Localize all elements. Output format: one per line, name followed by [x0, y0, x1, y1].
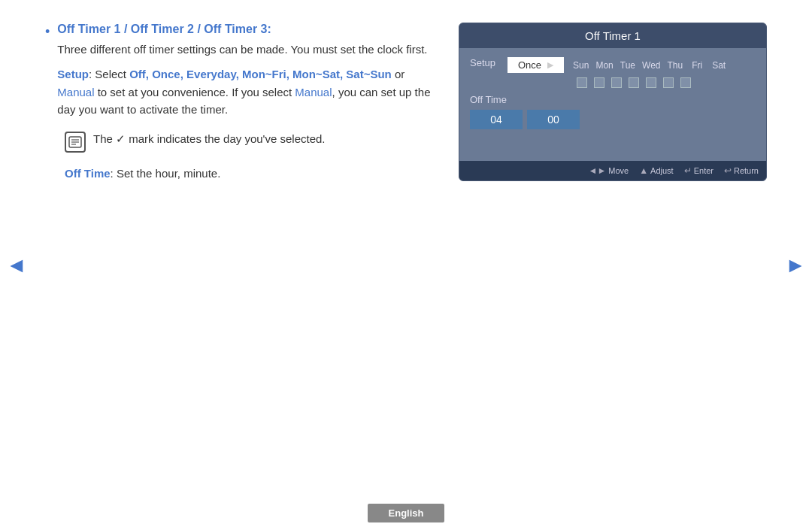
timer-title: Off Timer 1 / Off Timer 2 / Off Timer 3: — [57, 23, 436, 36]
bullet-content: Off Timer 1 / Off Timer 2 / Off Timer 3:… — [57, 23, 436, 118]
tv-panel: Off Timer 1 Setup Once — [459, 23, 767, 181]
day-check-tue[interactable] — [611, 77, 622, 88]
day-label-sat: Sat — [711, 60, 726, 71]
day-check-sun[interactable] — [577, 77, 587, 88]
off-time-label: Off Time — [65, 167, 111, 180]
bullet-item: • Off Timer 1 / Off Timer 2 / Off Timer … — [45, 23, 436, 118]
return-icon: ↩ — [724, 165, 732, 176]
tv-body: Setup Once ▶ Sun — [459, 48, 766, 161]
setup-or: or — [392, 68, 405, 80]
day-label-sun: Sun — [573, 60, 589, 71]
right-section: Off Timer 1 Setup Once — [459, 23, 767, 489]
tv-hour-box[interactable]: 04 — [470, 110, 523, 129]
day-check-fri[interactable] — [663, 77, 674, 88]
off-time-text: Off Time: Set the hour, minute. — [65, 165, 436, 182]
day-check-sat[interactable] — [680, 77, 691, 88]
day-label-fri: Fri — [689, 60, 704, 71]
tv-once-arrow: ▶ — [547, 60, 553, 70]
bottom-bar: English — [0, 504, 812, 530]
tv-time-row: 04 00 — [470, 110, 756, 129]
intro-text: Three different off timer settings can b… — [57, 41, 436, 58]
day-check-mon[interactable] — [594, 77, 604, 88]
note-text: The ✓ mark indicates the day you've sele… — [93, 130, 326, 147]
enter-icon: ↵ — [684, 165, 692, 176]
left-section: • Off Timer 1 / Off Timer 2 / Off Timer … — [45, 23, 459, 489]
tv-setup-label: Setup — [470, 57, 500, 68]
tv-once-box[interactable]: Once ▶ — [508, 57, 564, 73]
footer-move-label: Move — [608, 166, 629, 175]
tv-titlebar: Off Timer 1 — [459, 23, 766, 48]
footer-adjust-label: Adjust — [650, 166, 674, 175]
tv-off-time-section: Off Time 04 00 — [470, 94, 756, 129]
setup-desc-suffix: to set at you convenience. If you select — [95, 86, 295, 98]
setup-options-text: Off, Once, Everyday, Mon~Fri, Mon~Sat, S… — [129, 68, 392, 80]
setup-label-text: Setup — [57, 68, 89, 80]
setup-manual-text: Manual — [57, 86, 94, 98]
day-check-wed[interactable] — [629, 77, 639, 88]
tv-footer-adjust: ▲ Adjust — [639, 165, 673, 176]
day-label-tue: Tue — [620, 60, 635, 71]
tv-footer-return: ↩ Return — [724, 165, 759, 176]
page-container: ◄ ► • Off Timer 1 / Off Timer 2 / Off Ti… — [0, 0, 812, 530]
note-block: The ✓ mark indicates the day you've sele… — [65, 130, 436, 153]
day-check-thu[interactable] — [646, 77, 656, 88]
nav-arrow-right[interactable]: ► — [785, 253, 806, 277]
note-icon — [65, 132, 86, 153]
day-label-thu: Thu — [667, 60, 683, 71]
footer-enter-label: Enter — [694, 166, 714, 175]
setup-manual2-text: Manual — [295, 86, 332, 98]
bullet-dot: • — [45, 24, 50, 118]
main-content: • Off Timer 1 / Off Timer 2 / Off Timer … — [0, 0, 812, 504]
tv-off-time-label: Off Time — [470, 94, 756, 105]
tv-minute-box[interactable]: 00 — [527, 110, 580, 129]
day-label-wed: Wed — [642, 60, 660, 71]
tv-footer-enter: ↵ Enter — [684, 165, 714, 176]
setup-desc-prefix: : Select — [89, 68, 129, 80]
tv-footer-move: ◄► Move — [589, 165, 629, 176]
tv-footer: ◄► Move ▲ Adjust ↵ Enter ↩ Return — [459, 161, 766, 180]
adjust-icon: ▲ — [639, 165, 648, 176]
move-icon: ◄► — [589, 165, 607, 176]
tv-once-label: Once — [518, 59, 541, 71]
off-time-desc: : Set the hour, minute. — [111, 167, 221, 180]
nav-arrow-left[interactable]: ◄ — [6, 253, 27, 277]
language-button[interactable]: English — [368, 504, 445, 522]
setup-text: Setup: Select Off, Once, Everyday, Mon~F… — [57, 65, 436, 118]
footer-return-label: Return — [734, 166, 759, 175]
day-label-mon: Mon — [595, 60, 613, 71]
